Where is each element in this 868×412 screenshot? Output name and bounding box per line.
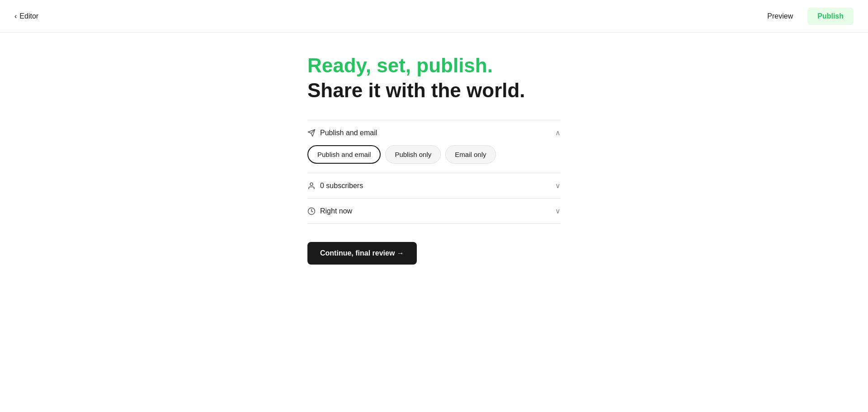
option-email-only[interactable]: Email only (445, 145, 495, 164)
publish-button[interactable]: Publish (807, 8, 854, 25)
publish-section-label: Publish and email (320, 129, 377, 137)
timing-label: Right now (320, 207, 352, 215)
back-to-editor[interactable]: ‹ Editor (14, 12, 38, 20)
user-icon (307, 182, 316, 190)
option-publish-only[interactable]: Publish only (385, 145, 441, 164)
publish-options-group: Publish and email Publish only Email onl… (307, 145, 561, 173)
publish-chevron-up-icon: ∧ (555, 128, 561, 137)
subscribers-label: 0 subscribers (320, 182, 363, 190)
subscribers-chevron-down-icon: ∨ (555, 181, 561, 190)
publish-and-email-section: Publish and email ∧ Publish and email Pu… (307, 120, 561, 173)
content-card: Ready, set, publish. Share it with the w… (307, 54, 561, 412)
option-publish-and-email[interactable]: Publish and email (307, 145, 381, 164)
send-icon (307, 129, 316, 137)
main-content: Ready, set, publish. Share it with the w… (0, 0, 868, 412)
continue-button[interactable]: Continue, final review → (307, 242, 417, 265)
svg-point-2 (310, 183, 313, 185)
timing-section-left: Right now (307, 207, 352, 215)
editor-link-label: Editor (19, 12, 38, 20)
back-arrow-icon: ‹ (14, 12, 17, 20)
publish-section-left: Publish and email (307, 129, 377, 137)
subscribers-section-left: 0 subscribers (307, 182, 363, 190)
subscribers-section[interactable]: 0 subscribers ∨ (307, 173, 561, 198)
publish-section-header[interactable]: Publish and email ∧ (307, 120, 561, 145)
header: ‹ Editor Preview Publish (0, 0, 868, 33)
timing-section[interactable]: Right now ∨ (307, 198, 561, 224)
hero-title-black: Share it with the world. (307, 79, 561, 102)
header-actions: Preview Publish (760, 8, 854, 25)
timing-chevron-down-icon: ∨ (555, 207, 561, 215)
preview-button[interactable]: Preview (760, 9, 800, 24)
hero-title-green: Ready, set, publish. (307, 54, 561, 77)
clock-icon (307, 207, 316, 215)
